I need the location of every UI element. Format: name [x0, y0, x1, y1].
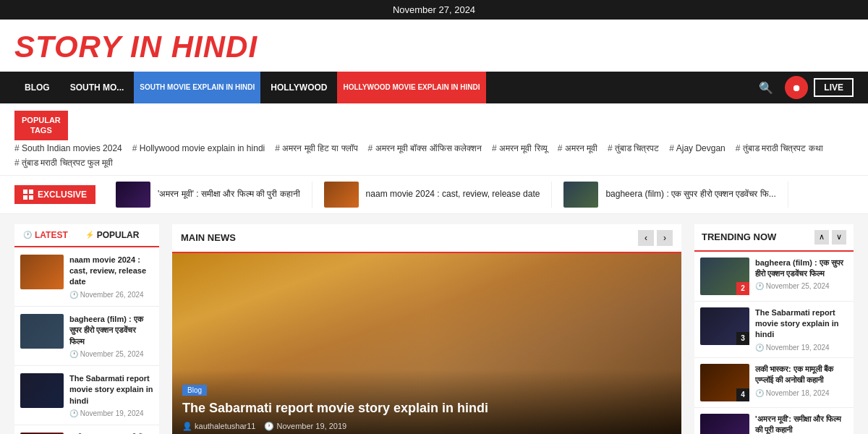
nav-south-movies[interactable]: SOUTH MO... — [60, 72, 135, 103]
trending-thumb-wrap-1: 2 — [700, 258, 749, 295]
tag-5[interactable]: अमरन मूवी रिव्यू — [492, 143, 548, 153]
nav-south-explain[interactable]: SOUTH MOVIE EXPLAIN IN HINDI — [134, 72, 260, 103]
popular-tags-label: POPULARTAGS — [14, 111, 68, 140]
trending-thumb-4 — [700, 414, 749, 434]
featured-author: 👤 kauthaletushar11 — [182, 422, 255, 431]
live-button[interactable]: LIVE — [814, 78, 854, 97]
list-item[interactable]: The Sabarmati report movie story explain… — [14, 366, 159, 425]
latest-date-2: 🕐 November 25, 2024 — [69, 350, 153, 358]
ticker-thumb-1 — [116, 182, 150, 208]
exclusive-bar: EXCLUSIVE 'अमरन मूवी' : समीक्षा और फिल्म… — [0, 176, 868, 214]
tag-6[interactable]: अमरन मूवी — [558, 143, 597, 153]
tag-8[interactable]: Ajay Devgan — [669, 143, 725, 153]
featured-meta: 👤 kauthaletushar11 🕐 November 19, 2019 — [182, 422, 671, 431]
search-button[interactable]: 🔍 — [753, 78, 779, 98]
popular-tags-bar: POPULARTAGS South Indian movies 2024 Hol… — [0, 103, 868, 176]
latest-info-2: bagheera (film) : एक सुपर हीरो एक्शन एडव… — [69, 314, 153, 358]
list-item[interactable]: bagheera (film) : एक सुपर हीरो एक्शन एडव… — [14, 307, 159, 366]
ticker-item-2[interactable]: naam movie 2024 : cast, review, release … — [312, 182, 553, 208]
lightning-icon: ⚡ — [85, 231, 94, 239]
trending-info-3: लकी भास्कर: एक मामूली बैंक एम्प्लॉई की अ… — [755, 364, 848, 397]
nav-arrows: ‹ › — [638, 230, 673, 246]
ticker-items: 'अमरन मूवी' : समीक्षा और फिल्म की पुरी क… — [104, 182, 854, 208]
latest-tabs: 🕐 LATEST ⚡ POPULAR — [14, 224, 159, 247]
latest-date-3: 🕐 November 19, 2024 — [69, 409, 153, 417]
tag-7[interactable]: तुंबाड चित्रपट — [608, 143, 659, 153]
tags-list: South Indian movies 2024 Hollywood movie… — [14, 143, 854, 168]
main-content: 🕐 LATEST ⚡ POPULAR naam movie 2024 : cas… — [0, 214, 868, 434]
tab-latest[interactable]: 🕐 LATEST — [14, 224, 77, 247]
date-display: November 27, 2024 — [393, 4, 475, 15]
latest-info-3: The Sabarmati report movie story explain… — [69, 373, 153, 417]
trending-num-1: 2 — [736, 282, 749, 295]
trending-header: TRENDING NOW ∧ ∨ — [694, 224, 854, 252]
ticker-item-3[interactable]: bagheera (film) : एक सुपर हीरो एक्शन एडव… — [552, 182, 788, 208]
tag-10[interactable]: तुंबाड मराठी चित्रपट फुल मूवी — [14, 158, 113, 168]
trending-item-date-3: 🕐 November 18, 2024 — [755, 389, 848, 397]
arrow-next[interactable]: › — [657, 230, 673, 246]
latest-info-1: naam movie 2024 : cast, review, release … — [69, 255, 153, 299]
trending-info-1: bagheera (film) : एक सुपर हीरो एक्शन एडव… — [755, 258, 848, 291]
latest-title-1: naam movie 2024 : cast, review, release … — [69, 255, 153, 288]
trending-section: TRENDING NOW ∧ ∨ 2 bagheera (film) : एक … — [694, 224, 854, 434]
site-header: STORY IN HINDI — [0, 20, 868, 72]
main-nav: BLOG SOUTH MO... SOUTH MOVIE EXPLAIN IN … — [0, 72, 868, 103]
trending-item-date-1: 🕐 November 25, 2024 — [755, 282, 848, 290]
featured-title: The Sabarmati report movie story explain… — [182, 400, 671, 417]
record-button[interactable]: ⏺ — [785, 76, 808, 99]
trending-item-title-1: bagheera (film) : एक सुपर हीरो एक्शन एडव… — [755, 258, 848, 280]
tag-9[interactable]: तुंबाड मराठी चित्रपट कथा — [736, 143, 823, 153]
latest-section: 🕐 LATEST ⚡ POPULAR naam movie 2024 : cas… — [14, 224, 159, 434]
tab-latest-label: LATEST — [35, 230, 68, 240]
list-item[interactable]: 5 'अमरन मूवी': समीक्षा और फिल्म की पूरी … — [694, 408, 854, 434]
nav-hollywood[interactable]: HOLLYWOOD — [260, 72, 337, 103]
latest-title-2: bagheera (film) : एक सुपर हीरो एक्शन एडव… — [69, 314, 153, 347]
ticker-text-2: naam movie 2024 : cast, review, release … — [366, 188, 540, 200]
trending-num-3: 4 — [736, 388, 749, 401]
trending-arrows: ∧ ∨ — [814, 230, 846, 244]
tag-4[interactable]: अमरन मूवी बॉक्स ऑफिस कलेक्शन — [368, 143, 482, 153]
tab-popular-label: POPULAR — [97, 230, 140, 240]
tag-3[interactable]: अमरन मूवी हिट या फ्लॉप — [275, 143, 357, 153]
arrow-prev[interactable]: ‹ — [638, 230, 654, 246]
clock-icon: 🕐 — [23, 231, 32, 239]
tag-2[interactable]: Hollywood movie explain in hindi — [132, 143, 265, 153]
trending-item-title-3: लकी भास्कर: एक मामूली बैंक एम्प्लॉई की अ… — [755, 364, 848, 386]
nav-blog[interactable]: BLOG — [14, 72, 60, 103]
featured-image[interactable]: Blog The Sabarmati report movie story ex… — [172, 253, 681, 434]
main-news-header: MAIN NEWS ‹ › — [172, 224, 681, 253]
featured-badge: Blog — [182, 385, 207, 396]
main-news-title: MAIN NEWS — [181, 232, 236, 243]
list-item[interactable]: naam movie 2024 : cast, review, release … — [14, 247, 159, 307]
ticker-text-1: 'अमरन मूवी' : समीक्षा और फिल्म की पुरी क… — [158, 188, 300, 200]
trending-arrow-up[interactable]: ∧ — [814, 230, 829, 244]
main-news-section: MAIN NEWS ‹ › Blog The Sabarmati report … — [172, 224, 681, 434]
trending-title: TRENDING NOW — [702, 231, 776, 242]
latest-thumb-1 — [20, 255, 64, 289]
tab-popular[interactable]: ⚡ POPULAR — [77, 224, 148, 246]
grid-icon — [23, 190, 33, 200]
list-item[interactable]: 2 bagheera (film) : एक सुपर हीरो एक्शन ए… — [694, 252, 854, 302]
top-bar: November 27, 2024 — [0, 0, 868, 20]
nav-items: BLOG SOUTH MO... SOUTH MOVIE EXPLAIN IN … — [14, 72, 753, 103]
exclusive-label: EXCLUSIVE — [14, 185, 95, 204]
latest-date-1: 🕐 November 26, 2024 — [69, 291, 153, 299]
latest-thumb-2 — [20, 314, 64, 349]
trending-thumb-wrap-2: 3 — [700, 307, 749, 345]
trending-thumb-wrap-4: 5 — [700, 414, 749, 434]
site-title[interactable]: STORY IN HINDI — [14, 30, 854, 64]
ticker-thumb-3 — [563, 182, 598, 208]
list-item[interactable]: 3 The Sabarmati report movie story expla… — [694, 302, 854, 358]
trending-info-4: 'अमरन मूवी': समीक्षा और फिल्म की पूरी कह… — [755, 414, 848, 434]
ticker-item-1[interactable]: 'अमरन मूवी' : समीक्षा और फिल्म की पुरी क… — [104, 182, 312, 208]
latest-title-3: The Sabarmati report movie story explain… — [69, 373, 153, 407]
trending-list: 2 bagheera (film) : एक सुपर हीरो एक्शन ए… — [694, 252, 854, 434]
trending-arrow-down[interactable]: ∨ — [832, 230, 846, 244]
latest-thumb-3 — [20, 373, 64, 408]
list-item[interactable]: 4 लकी भास्कर: एक मामूली बैंक एम्प्लॉई की… — [694, 358, 854, 408]
trending-item-date-2: 🕐 November 19, 2024 — [755, 344, 848, 352]
tag-1[interactable]: South Indian movies 2024 — [14, 143, 122, 153]
trending-info-2: The Sabarmati report movie story explain… — [755, 307, 848, 352]
list-item[interactable]: लकी भास्कर: एक मामूली बैंक एम्प्लॉई की अ… — [14, 425, 159, 434]
nav-hollywood-explain[interactable]: HOLLYWOOD MOVIE EXPLAIN IN HINDI — [337, 72, 485, 103]
